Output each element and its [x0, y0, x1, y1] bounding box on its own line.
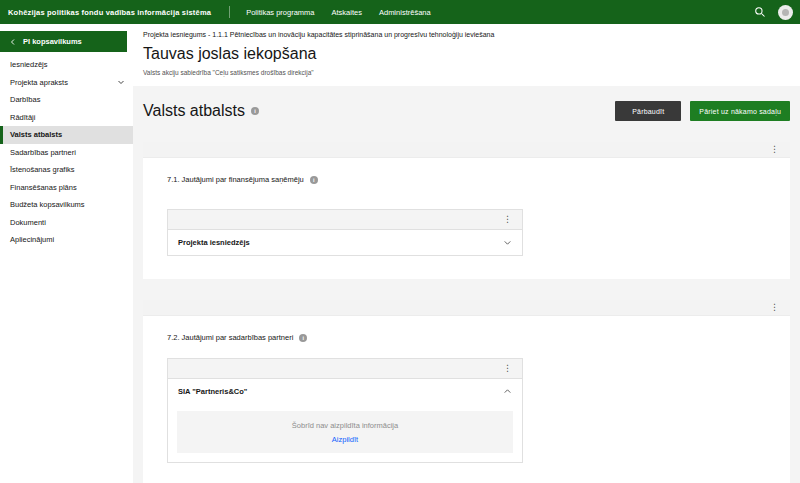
chevron-left-icon [9, 38, 17, 46]
sidebar: PI kopsavilkums Iesniedzējs Projekta apr… [0, 24, 133, 483]
fill-link[interactable]: Aizpildīt [332, 435, 358, 444]
sidebar-item-projekta-apraksts[interactable]: Projekta apraksts [0, 74, 133, 92]
sidebar-item-iesniedzejs[interactable]: Iesniedzējs [0, 56, 133, 74]
info-icon[interactable]: i [310, 176, 318, 184]
question-card-7-2: ⋮ 7.2. Jautājumi par sadarbības partneri… [143, 300, 790, 483]
overflow-menu-icon[interactable]: ⋮ [768, 303, 781, 312]
card-toolbar: ⋮ [143, 300, 790, 316]
panel-toolbar: ⋮ [168, 359, 522, 379]
next-section-button[interactable]: Pāriet uz nākamo sadaļu [690, 101, 790, 121]
page-subtitle: Valsts akciju sabiedrība "Ceļu satiksmes… [143, 69, 790, 76]
section-title: Valsts atbalsts [143, 102, 245, 120]
card-body: 7.1. Jautājumi par finansējuma saņēmēju … [143, 158, 790, 279]
sidebar-item-label: Finansēšanas plāns [10, 183, 77, 192]
top-nav-administresana[interactable]: Administrēšana [379, 8, 431, 17]
section-title-wrap: Valsts atbalsts i [143, 102, 259, 120]
sidebar-nav: Iesniedzējs Projekta apraksts Darbības R… [0, 56, 133, 249]
sidebar-item-istenosanas-grafiks[interactable]: Īstenošanas grafiks [0, 161, 133, 179]
accordion-partneris[interactable]: SIA "Partneris&Co" [168, 379, 522, 404]
empty-state-text: Šobrīd nav aizpildīta informācija [292, 421, 398, 430]
sidebar-item-raditaji[interactable]: Rādītāji [0, 109, 133, 127]
user-icon [782, 9, 789, 16]
sidebar-item-label: Sadarbības partneri [10, 148, 76, 157]
app-title: Kohēzijas politikas fondu vadības inform… [8, 8, 211, 17]
info-icon[interactable]: i [251, 107, 259, 115]
top-nav: Politikas programma Atskaites Administrē… [246, 8, 431, 17]
question-label-wrap: 7.1. Jautājumi par finansējuma saņēmēju … [167, 175, 766, 184]
question-card-7-1: ⋮ 7.1. Jautājumi par finansējuma saņēmēj… [143, 142, 790, 279]
panel-toolbar: ⋮ [168, 210, 522, 230]
sidebar-item-label: Rādītāji [10, 113, 35, 122]
sidebar-item-label: Iesniedzējs [10, 60, 48, 69]
section-actions: Pārbaudīt Pāriet uz nākamo sadaļu [615, 101, 790, 121]
info-icon[interactable]: i [299, 334, 307, 342]
question-label-wrap: 7.2. Jautājumi par sadarbības partneri i [167, 333, 766, 342]
sidebar-item-valsts-atbalsts[interactable]: Valsts atbalsts [0, 126, 133, 144]
answers-panel: ⋮ Projekta iesniedzējs [167, 209, 523, 256]
accordion-content: Šobrīd nav aizpildīta informācija Aizpil… [168, 404, 522, 462]
sidebar-item-apliecinajumi[interactable]: Apliecinājumi [0, 231, 133, 249]
header-divider [229, 6, 230, 18]
overflow-menu-icon[interactable]: ⋮ [768, 145, 781, 154]
accordion-label: SIA "Partneris&Co" [178, 387, 247, 396]
sidebar-back-button[interactable]: PI kopsavilkums [0, 31, 127, 52]
sidebar-item-label: Budžeta kopsavilkums [10, 200, 85, 209]
page-title: Tauvas joslas iekopšana [143, 45, 790, 63]
sidebar-item-label: Darbības [10, 95, 40, 104]
sidebar-item-label: Dokumenti [10, 218, 46, 227]
sidebar-item-budzeta-kopsavilkums[interactable]: Budžeta kopsavilkums [0, 196, 133, 214]
sidebar-item-finansesanas-plans[interactable]: Finansēšanas plāns [0, 179, 133, 197]
answers-panel: ⋮ SIA "Partneris&Co" Šobrīd nav aizpildī… [167, 358, 523, 463]
sidebar-back-label: PI kopsavilkums [23, 37, 82, 46]
card-body: 7.2. Jautājumi par sadarbības partneri i… [143, 316, 790, 483]
top-nav-atskaites[interactable]: Atskaites [332, 8, 362, 17]
user-avatar[interactable] [778, 5, 793, 20]
search-button[interactable] [752, 4, 768, 20]
section-header-row: Valsts atbalsts i Pārbaudīt Pāriet uz nā… [143, 101, 790, 121]
top-nav-politikas-programma[interactable]: Politikas programma [246, 8, 314, 17]
app-root: Kohēzijas politikas fondu vadības inform… [0, 0, 800, 483]
top-header: Kohēzijas politikas fondu vadības inform… [0, 0, 800, 24]
sidebar-item-label: Apliecinājumi [10, 235, 54, 244]
chevron-down-icon [117, 78, 125, 86]
sidebar-item-label: Valsts atbalsts [10, 130, 62, 139]
sidebar-item-darbibas[interactable]: Darbības [0, 91, 133, 109]
sidebar-item-label: Īstenošanas grafiks [10, 165, 75, 174]
question-label: 7.2. Jautājumi par sadarbības partneri [167, 333, 293, 342]
page-header: Projekta iesniegums - 1.1.1 Pētniecības … [133, 24, 800, 86]
chevron-up-icon [503, 387, 512, 396]
question-label: 7.1. Jautājumi par finansējuma saņēmēju [167, 175, 304, 184]
main-area: Projekta iesniegums - 1.1.1 Pētniecības … [133, 24, 800, 483]
search-icon [754, 6, 766, 18]
content-area: Valsts atbalsts i Pārbaudīt Pāriet uz nā… [133, 86, 800, 483]
sidebar-item-label: Projekta apraksts [10, 78, 68, 87]
chevron-down-icon [503, 238, 512, 247]
accordion-label: Projekta iesniedzējs [178, 238, 250, 247]
overflow-menu-icon[interactable]: ⋮ [501, 215, 514, 224]
empty-state: Šobrīd nav aizpildīta informācija Aizpil… [177, 411, 513, 453]
overflow-menu-icon[interactable]: ⋮ [501, 364, 514, 373]
sidebar-item-dokumenti[interactable]: Dokumenti [0, 214, 133, 232]
breadcrumb: Projekta iesniegums - 1.1.1 Pētniecības … [143, 31, 790, 38]
check-button[interactable]: Pārbaudīt [615, 101, 681, 121]
sidebar-item-sadarbibas-partneri[interactable]: Sadarbības partneri [0, 144, 133, 162]
card-toolbar: ⋮ [143, 142, 790, 158]
accordion-projekta-iesniedzejs[interactable]: Projekta iesniedzējs [168, 230, 522, 255]
